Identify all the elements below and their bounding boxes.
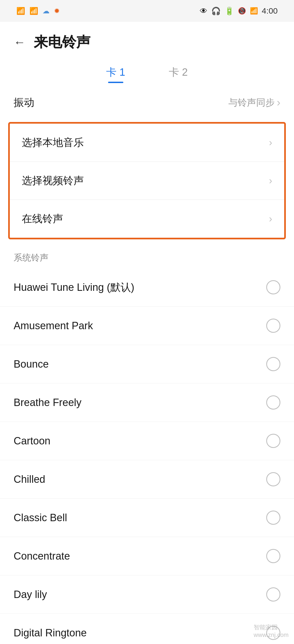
radio-button[interactable] <box>266 549 280 563</box>
option-local-music[interactable]: 选择本地音乐 › <box>10 124 284 162</box>
list-item[interactable]: Cartoon <box>0 422 294 460</box>
radio-button[interactable] <box>266 280 280 294</box>
ringtone-name: Breathe Freely <box>14 397 81 408</box>
radio-button[interactable] <box>266 319 280 333</box>
vibration-sync-text: 与铃声同步 <box>228 96 275 109</box>
list-item[interactable]: Chilled <box>0 460 294 499</box>
ringtone-name: Chilled <box>14 474 45 485</box>
signal-icon: 📶 <box>250 7 258 15</box>
option-online-ringtone[interactable]: 在线铃声 › <box>10 200 284 238</box>
watermark: 智能家园www.znj.com <box>254 623 289 639</box>
list-item[interactable]: Breathe Freely <box>0 383 294 422</box>
radio-button[interactable] <box>266 434 280 448</box>
tab-card1[interactable]: 卡 1 <box>106 65 125 83</box>
ringtone-name: Concentrate <box>14 550 70 562</box>
radio-button[interactable] <box>266 511 280 525</box>
vibration-row[interactable]: 振动 与铃声同步 › <box>0 86 294 119</box>
option-video-ringtone-label: 选择视频铃声 <box>22 174 84 188</box>
option-online-ringtone-chevron-icon: › <box>269 213 272 225</box>
option-local-music-label: 选择本地音乐 <box>22 136 84 149</box>
tabs-container: 卡 1 卡 2 <box>0 57 294 86</box>
option-video-ringtone-chevron-icon: › <box>269 175 272 187</box>
page-title: 来电铃声 <box>34 33 90 52</box>
list-item[interactable]: Huawei Tune Living (默认) <box>0 268 294 307</box>
huawei-icon: ✹ <box>54 7 60 15</box>
option-local-music-chevron-icon: › <box>269 137 272 148</box>
ringtone-name: Day lily <box>14 589 47 600</box>
system-ringtones-header: 系统铃声 <box>0 242 294 268</box>
option-online-ringtone-label: 在线铃声 <box>22 212 63 226</box>
vibration-label: 振动 <box>14 96 34 109</box>
list-item[interactable]: Concentrate <box>0 537 294 575</box>
list-item[interactable]: Bounce <box>0 345 294 383</box>
vibration-sync[interactable]: 与铃声同步 › <box>228 96 280 109</box>
status-bar: 📶 📶 ☁ ✹ 👁 🎧 🔋 📵 📶 4:00 <box>0 0 294 22</box>
cloud-icon: ☁ <box>42 7 50 15</box>
radio-button[interactable] <box>266 357 280 371</box>
ringtone-name: Cartoon <box>14 435 50 447</box>
wifi-icon: 📶 <box>29 7 38 15</box>
radio-button[interactable] <box>266 472 280 486</box>
list-item[interactable]: Amusement Park <box>0 307 294 345</box>
radio-button[interactable] <box>266 395 280 410</box>
list-item[interactable]: Day lily <box>0 575 294 614</box>
ringtone-name: Bounce <box>14 358 49 370</box>
sim-icon: 📶 <box>16 7 25 15</box>
option-video-ringtone[interactable]: 选择视频铃声 › <box>10 162 284 200</box>
status-bar-left-icons: 📶 📶 ☁ ✹ <box>16 7 60 15</box>
ringtone-name: Amusement Park <box>14 320 93 332</box>
ringtone-name: Digital Ringtone <box>14 627 87 639</box>
list-item[interactable]: Digital Ringtone <box>0 614 294 644</box>
back-button[interactable]: ← <box>14 35 26 49</box>
ringtone-name: Huawei Tune Living (默认) <box>14 280 134 294</box>
eye-icon: 👁 <box>200 7 207 16</box>
status-time: 4:00 <box>262 6 278 16</box>
orange-options-section: 选择本地音乐 › 选择视频铃声 › 在线铃声 › <box>8 122 286 239</box>
page-header: ← 来电铃声 <box>0 22 294 57</box>
headphone-icon: 🎧 <box>211 7 221 16</box>
vibration-chevron-icon: › <box>277 96 280 109</box>
ringtone-name: Classic Bell <box>14 512 67 524</box>
battery-full-icon: 🔋 <box>225 7 234 16</box>
tab-card2[interactable]: 卡 2 <box>169 65 188 83</box>
status-bar-right-icons: 👁 🎧 🔋 📵 📶 4:00 <box>200 6 278 16</box>
ringtone-list: Huawei Tune Living (默认) Amusement Park B… <box>0 268 294 644</box>
vibrate-icon: 📵 <box>238 7 246 15</box>
radio-button[interactable] <box>266 587 280 602</box>
list-item[interactable]: Classic Bell <box>0 499 294 537</box>
